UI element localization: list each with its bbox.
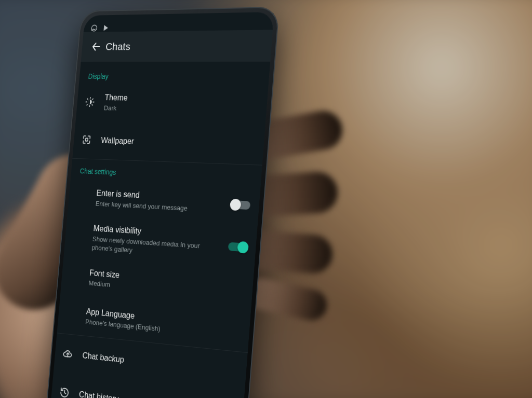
- row-title: Chat backup: [82, 350, 238, 378]
- row-title: Chat history: [78, 389, 234, 398]
- section-header-display: Display: [79, 64, 270, 85]
- cloud-upload-icon: [61, 348, 75, 360]
- toggle-media-visibility[interactable]: [228, 242, 247, 252]
- wallpaper-icon: [79, 134, 94, 145]
- row-subtitle: Dark: [103, 103, 258, 115]
- phone-screen: Chats Display Theme Dark: [48, 12, 274, 398]
- history-icon: [58, 386, 72, 398]
- back-button[interactable]: [86, 36, 107, 58]
- status-bar: [84, 12, 274, 32]
- whatsapp-icon: [90, 24, 98, 32]
- brightness-icon: [83, 97, 97, 107]
- svg-line-4: [68, 353, 68, 356]
- row-title: Wallpaper: [101, 135, 256, 150]
- row-wallpaper[interactable]: Wallpaper: [72, 120, 265, 164]
- arrow-back-icon: [90, 41, 102, 53]
- row-theme[interactable]: Theme Dark: [76, 83, 269, 125]
- settings-list[interactable]: Display Theme Dark: [50, 61, 271, 398]
- app-bar: Chats: [81, 30, 273, 61]
- toggle-enter-is-send[interactable]: [231, 200, 250, 210]
- phone-frame: Chats Display Theme Dark: [43, 7, 280, 398]
- row-title: Theme: [104, 92, 259, 105]
- play-store-icon: [102, 24, 109, 32]
- page-title: Chats: [105, 40, 131, 52]
- svg-rect-3: [85, 138, 88, 141]
